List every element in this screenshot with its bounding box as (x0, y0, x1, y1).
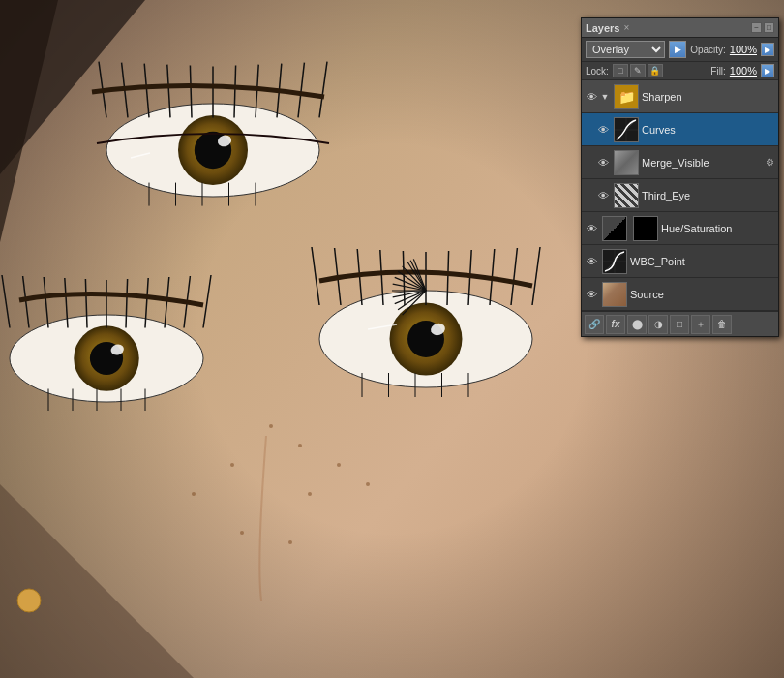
eye-icon-curves[interactable]: 👁 (595, 122, 611, 138)
blend-arrow-button[interactable]: ▶ (669, 41, 686, 58)
maximize-button[interactable]: □ (764, 22, 774, 33)
layer-thumb-merge (614, 150, 639, 175)
panel-titlebar-left: Layers × (586, 22, 629, 34)
new-layer-button[interactable]: ＋ (691, 315, 710, 334)
layer-row-merge-visible[interactable]: 👁 Merge_Visible ⚙ (582, 146, 778, 179)
lock-pixels-button[interactable]: □ (613, 64, 628, 77)
layer-extra-icon-merge: ⚙ (763, 156, 776, 170)
layer-row-source[interactable]: 👁 Source (582, 278, 778, 311)
opacity-arrow-button[interactable]: ▶ (761, 43, 774, 56)
adjustment-button[interactable]: ◑ (648, 315, 668, 334)
group-arrow-sharpen[interactable]: ▼ (599, 89, 611, 105)
layer-mask-hue-sat (633, 216, 658, 241)
fill-label: Fill: (710, 66, 726, 77)
panel-title: Layers (586, 22, 619, 34)
lock-position-button[interactable]: ✎ (630, 64, 646, 77)
layer-row-curves[interactable]: 👁 Curves (582, 113, 778, 146)
panel-toolbar: 🔗 fx ⬤ ◑ □ ＋ 🗑 (582, 311, 778, 336)
layer-name-hue-sat: Hue/Saturation (661, 223, 776, 234)
panel-close-tab[interactable]: × (623, 22, 629, 33)
eye-icon-wbc[interactable]: 👁 (584, 254, 599, 269)
layer-row-sharpen-group[interactable]: 👁 ▼ 📁 Sharpen (582, 80, 778, 113)
layer-thumb-wbc (602, 249, 627, 274)
lock-label: Lock: (586, 66, 609, 77)
minimize-button[interactable]: − (751, 22, 762, 33)
layers-list: 👁 ▼ 📁 Sharpen 👁 (582, 80, 778, 311)
main-area: Layers × − □ Overlay Normal Multiply Scr… (0, 0, 784, 678)
layer-name-source: Source (630, 289, 776, 300)
layer-thumb-third-eye (614, 183, 639, 208)
eye-icon-hue-sat[interactable]: 👁 (584, 221, 599, 236)
layer-thumb-sharpen: 📁 (614, 84, 639, 109)
layer-name-third-eye: Third_Eye (642, 190, 776, 201)
blend-mode-row: Overlay Normal Multiply Screen ▶ Opacity… (582, 38, 778, 62)
layer-name-merge: Merge_Visible (642, 157, 763, 169)
layer-name-sharpen: Sharpen (642, 91, 776, 103)
lock-all-button[interactable]: 🔒 (648, 64, 663, 77)
lock-row: Lock: □ ✎ 🔒 Fill: 100% ▶ (582, 62, 778, 80)
mask-button[interactable]: ⬤ (627, 315, 647, 334)
layer-name-wbc: WBC_Point (630, 256, 776, 267)
delete-layer-button[interactable]: 🗑 (712, 315, 732, 334)
eye-icon-third-eye[interactable]: 👁 (595, 188, 611, 203)
fx-button[interactable]: fx (606, 315, 625, 334)
eye-icon-source[interactable]: 👁 (584, 287, 599, 302)
layer-thumb-source (602, 282, 627, 307)
layer-row-hue-sat[interactable]: 👁 Hue/Saturation (582, 212, 778, 245)
eye-icon-sharpen[interactable]: 👁 (584, 89, 599, 105)
layer-name-curves: Curves (642, 124, 776, 136)
panel-titlebar-right: − □ (751, 22, 774, 33)
opacity-label: Opacity: (690, 45, 726, 55)
layer-thumb-hue-sat (602, 216, 627, 241)
fill-arrow-button[interactable]: ▶ (761, 64, 774, 77)
layer-thumb-curves (614, 117, 639, 142)
layer-row-wbc[interactable]: 👁 WBC_Point (582, 245, 778, 278)
group-button[interactable]: □ (670, 315, 689, 334)
layer-row-third-eye[interactable]: 👁 Third_Eye (582, 179, 778, 212)
link-button[interactable]: 🔗 (585, 315, 604, 334)
panel-titlebar: Layers × − □ (582, 18, 778, 38)
opacity-value[interactable]: 100% (730, 44, 757, 55)
lock-icons: □ ✎ 🔒 (613, 64, 663, 77)
blend-mode-select[interactable]: Overlay Normal Multiply Screen (586, 41, 665, 58)
fill-value[interactable]: 100% (730, 65, 757, 77)
layers-panel: Layers × − □ Overlay Normal Multiply Scr… (581, 17, 779, 337)
eye-icon-merge[interactable]: 👁 (595, 155, 611, 170)
